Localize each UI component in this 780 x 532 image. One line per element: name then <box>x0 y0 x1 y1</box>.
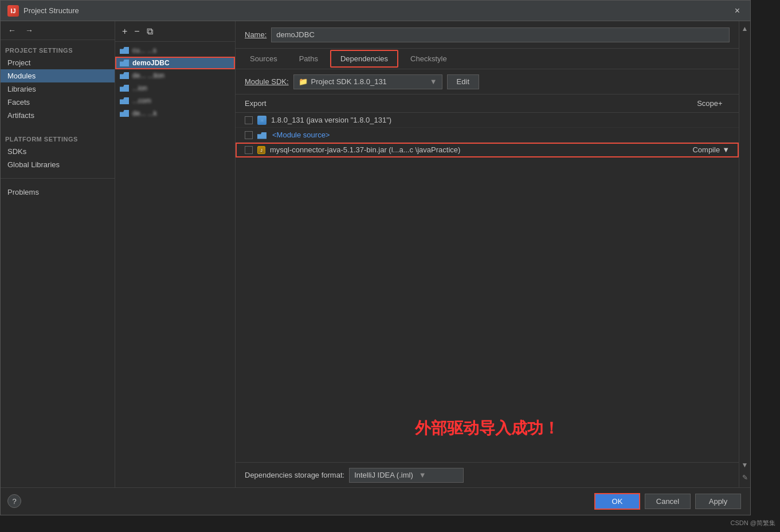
folder-icon <box>120 97 129 104</box>
module-entry-1[interactable]: cu... ...s <box>115 44 235 57</box>
sdk-value: Project SDK 1.8.0_131 <box>311 77 387 86</box>
edit-right-button[interactable]: ✎ <box>741 472 749 483</box>
ok-button[interactable]: OK <box>594 493 640 510</box>
sidebar-item-project[interactable]: Project <box>1 56 115 69</box>
sidebar-item-facets[interactable]: Facets <box>1 96 115 109</box>
close-button[interactable]: × <box>731 5 743 17</box>
sidebar-item-artifacts[interactable]: Artifacts <box>1 109 115 122</box>
storage-dropdown-arrow: ▼ <box>419 471 426 479</box>
module-tree-panel: + − ⧉ cu... ...s demoJDBC de... ... <box>115 21 236 487</box>
sdk-label: Module SDK: <box>245 77 289 86</box>
col-add-header: + <box>718 99 730 108</box>
title-bar: IJ Project Structure × <box>1 1 750 21</box>
module-entry-6[interactable]: de... ...k <box>115 107 235 120</box>
dialog-body: ← → Project Settings Project Modules Lib… <box>1 21 750 487</box>
module-entry-4[interactable]: ...ion <box>115 82 235 94</box>
module-tree-toolbar: + − ⧉ <box>115 21 235 42</box>
dep-storage-row: Dependencies storage format: IntelliJ ID… <box>236 462 739 487</box>
dep-name-module-source: <Module source> <box>272 131 668 139</box>
storage-value: IntelliJ IDEA (.iml) <box>354 471 413 479</box>
dep-row-jdk[interactable]: ▣ 1.8.0_131 (java version "1.8.0_131") <box>236 113 739 128</box>
folder-icon <box>120 47 129 54</box>
scroll-down-button[interactable]: ▼ <box>740 460 750 470</box>
jar-icon: J <box>257 146 265 154</box>
window-title: Project Structure <box>23 6 79 15</box>
apply-button[interactable]: Apply <box>695 494 741 509</box>
forward-button[interactable]: → <box>22 25 36 36</box>
sdk-row: Module SDK: 📁 Project SDK 1.8.0_131 ▼ Ed… <box>236 69 739 94</box>
sdk-dropdown[interactable]: 📁 Project SDK 1.8.0_131 ▼ <box>293 74 442 89</box>
sidebar-item-sdks[interactable]: SDKs <box>1 145 115 158</box>
module-entry-5[interactable]: ...com <box>115 94 235 107</box>
project-structure-dialog: IJ Project Structure × ← → Project Setti… <box>0 0 751 515</box>
sidebar-item-problems[interactable]: Problems <box>1 186 115 199</box>
sidebar-item-libraries[interactable]: Libraries <box>1 82 115 96</box>
copy-module-button[interactable]: ⧉ <box>144 26 155 37</box>
jdk-icon: ▣ <box>257 116 266 125</box>
module-source-folder-icon <box>257 131 268 139</box>
sidebar-item-modules[interactable]: Modules <box>1 69 115 82</box>
dep-table-header: Export Scope + <box>236 94 739 113</box>
dep-scope-mysql-jar: Compile ▼ <box>672 145 730 154</box>
folder-icon <box>120 110 129 117</box>
tab-dependencies[interactable]: Dependencies <box>330 50 398 68</box>
dep-name-mysql-jar: mysql-connector-java-5.1.37-bin.jar (l..… <box>270 145 668 154</box>
tab-sources[interactable]: Sources <box>240 50 287 67</box>
tabs-bar: Sources Paths Dependencies Checkstyle <box>236 49 739 69</box>
name-label: Name: <box>245 30 266 39</box>
back-button[interactable]: ← <box>5 25 19 36</box>
cancel-button[interactable]: Cancel <box>645 494 691 509</box>
sdk-dropdown-arrow: ▼ <box>430 77 437 86</box>
col-scope-header: Scope <box>661 99 718 108</box>
tab-checkstyle[interactable]: Checkstyle <box>401 50 457 67</box>
help-button[interactable]: ? <box>7 494 21 508</box>
dep-table-body: ▣ 1.8.0_131 (java version "1.8.0_131") <… <box>236 113 739 395</box>
dependencies-content: Module SDK: 📁 Project SDK 1.8.0_131 ▼ Ed… <box>236 69 739 487</box>
folder-icon <box>120 60 129 66</box>
title-bar-left: IJ Project Structure <box>7 5 79 17</box>
app-icon: IJ <box>7 5 19 17</box>
sidebar: ← → Project Settings Project Modules Lib… <box>1 21 115 487</box>
module-entry-demojdbc[interactable]: demoJDBC <box>115 57 235 69</box>
add-module-button[interactable]: + <box>120 26 130 37</box>
module-entry-3[interactable]: de... ...tion <box>115 69 235 82</box>
folder-icon <box>120 72 129 79</box>
storage-label: Dependencies storage format: <box>245 471 344 479</box>
sidebar-item-global-libraries[interactable]: Global Libraries <box>1 158 115 171</box>
storage-dropdown[interactable]: IntelliJ IDEA (.iml) ▼ <box>349 468 464 483</box>
sdk-folder-icon: 📁 <box>299 77 308 86</box>
dep-checkbox-jdk[interactable] <box>245 116 253 124</box>
csdn-watermark: CSDN @简繁集 <box>731 519 775 527</box>
dep-checkbox-module-source[interactable] <box>245 131 253 139</box>
add-dep-button[interactable]: + <box>718 99 723 108</box>
folder-icon <box>120 85 129 92</box>
scroll-up-button[interactable]: ▲ <box>740 23 750 34</box>
content-panel: Name: Sources Paths Dependencies Checkst… <box>236 21 739 487</box>
dep-row-module-source[interactable]: <Module source> <box>236 128 739 143</box>
name-row: Name: <box>236 21 739 49</box>
dep-table-wrapper: ▣ 1.8.0_131 (java version "1.8.0_131") <… <box>236 113 739 462</box>
dialog-footer: OK Cancel Apply <box>1 487 750 515</box>
tab-paths[interactable]: Paths <box>289 50 328 67</box>
platform-settings-heading: Platform Settings <box>1 129 115 145</box>
dep-name-jdk: 1.8.0_131 (java version "1.8.0_131") <box>271 116 668 124</box>
right-side-panel: ▲ ▼ ✎ <box>739 21 750 487</box>
module-tree-list: cu... ...s demoJDBC de... ...tion ...ion <box>115 42 235 487</box>
project-settings-heading: Project Settings <box>1 40 115 56</box>
dep-row-mysql-jar[interactable]: J mysql-connector-java-5.1.37-bin.jar (l… <box>236 143 739 157</box>
remove-module-button[interactable]: − <box>132 26 142 37</box>
name-input[interactable] <box>271 27 730 42</box>
edit-sdk-button[interactable]: Edit <box>447 74 479 89</box>
dep-checkbox-mysql-jar[interactable] <box>245 146 253 154</box>
scope-dropdown-arrow[interactable]: ▼ <box>722 145 730 154</box>
col-export-header: Export <box>245 99 661 108</box>
success-text: 外部驱动导入成功！ <box>236 395 739 462</box>
